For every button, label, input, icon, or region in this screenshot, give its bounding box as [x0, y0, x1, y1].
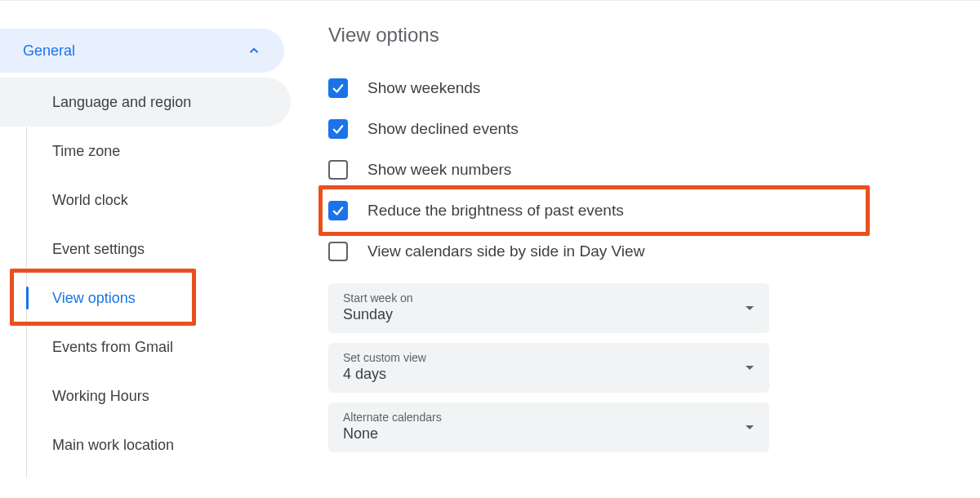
option-row: Show declined events	[328, 109, 956, 149]
sidebar-item-label: Working Hours	[52, 388, 149, 405]
dropdown-label: Alternate calendars	[343, 411, 442, 424]
sidebar-item-label: Time zone	[52, 143, 120, 160]
dropdown-label: Start week on	[343, 291, 413, 305]
option-row: View calendars side by side in Day View	[328, 231, 956, 272]
sidebar-item-label: Main work location	[52, 437, 174, 454]
settings-main: View options Show weekendsShow declined …	[294, 1, 980, 498]
dropdown-value: None	[343, 425, 442, 442]
dropdown-alternate-calendars[interactable]: Alternate calendarsNone	[328, 402, 769, 452]
options-list: Show weekendsShow declined eventsShow we…	[328, 68, 956, 272]
sidebar-item-language-and-region[interactable]: Language and region	[0, 78, 291, 127]
option-row: Show week numbers	[328, 149, 956, 190]
settings-sidebar: General Language and regionTime zoneWorl…	[0, 1, 294, 498]
chevron-up-icon	[247, 43, 261, 58]
dropdowns-group: Start week onSundaySet custom view4 days…	[328, 283, 956, 452]
sidebar-item-events-from-gmail[interactable]: Events from Gmail	[0, 322, 291, 371]
dropdown-value: Sunday	[343, 306, 413, 323]
sidebar-item-label: World clock	[52, 192, 128, 209]
option-label: Show declined events	[368, 120, 519, 138]
caret-down-icon	[745, 300, 755, 315]
option-label: Show week numbers	[368, 161, 511, 179]
checkbox-show-week-numbers[interactable]	[328, 160, 348, 180]
checkbox-reduce-the-brightness-of-past-events[interactable]	[328, 201, 348, 220]
caret-down-icon	[745, 360, 755, 375]
option-label: Show weekends	[368, 79, 480, 97]
option-label: Reduce the brightness of past events	[368, 202, 624, 220]
section-title: View options	[328, 24, 956, 47]
sidebar-item-main-work-location[interactable]: Main work location	[0, 420, 291, 469]
dropdown-set-custom-view[interactable]: Set custom view4 days	[328, 343, 769, 393]
sidebar-section-general[interactable]: General	[0, 29, 284, 73]
caret-down-icon	[745, 420, 755, 434]
sidebar-nav-list: Language and regionTime zoneWorld clockE…	[0, 78, 294, 469]
sidebar-item-time-zone[interactable]: Time zone	[0, 127, 291, 176]
option-row: Reduce the brightness of past events	[328, 190, 956, 231]
sidebar-item-label: Language and region	[52, 94, 191, 111]
sidebar-item-event-settings[interactable]: Event settings	[0, 225, 291, 273]
dropdown-start-week-on[interactable]: Start week onSunday	[328, 283, 769, 333]
option-row: Show weekends	[328, 68, 956, 109]
checkbox-show-declined-events[interactable]	[328, 119, 348, 139]
sidebar-section-label: General	[23, 42, 75, 60]
checkbox-show-weekends[interactable]	[328, 78, 348, 98]
sidebar-item-label: Events from Gmail	[52, 339, 173, 356]
option-label: View calendars side by side in Day View	[368, 242, 644, 260]
sidebar-item-working-hours[interactable]: Working Hours	[0, 371, 291, 420]
sidebar-item-label: View options	[52, 290, 136, 307]
sidebar-item-view-options[interactable]: View options	[0, 273, 291, 322]
checkbox-view-calendars-side-by-side-in-day-view[interactable]	[328, 242, 348, 261]
dropdown-label: Set custom view	[343, 351, 426, 364]
dropdown-value: 4 days	[343, 366, 426, 383]
sidebar-item-label: Event settings	[52, 241, 145, 258]
sidebar-item-world-clock[interactable]: World clock	[0, 176, 291, 225]
